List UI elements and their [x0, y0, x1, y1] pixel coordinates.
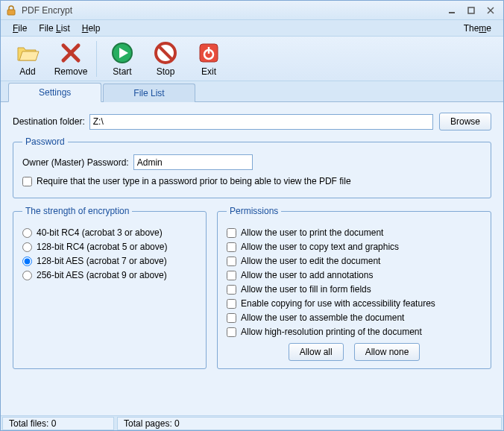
- perm-print-label: Allow the user to print the document: [241, 227, 383, 238]
- perm-annot-checkbox[interactable]: [227, 271, 236, 280]
- encryption-legend: The strength of encryption: [22, 206, 132, 216]
- enc-256aes-label: 256-bit AES (acrobat 9 or above): [37, 270, 167, 280]
- play-icon: [110, 41, 134, 65]
- require-password-checkbox[interactable]: [22, 177, 32, 186]
- enc-40bit-label: 40-bit RC4 (acrobat 3 or above): [37, 227, 163, 238]
- menu-help[interactable]: Help: [76, 22, 107, 35]
- toolbar: Add Remove Start Stop Exit: [1, 37, 503, 81]
- stop-icon: [154, 41, 177, 65]
- enc-128aes-radio[interactable]: [22, 257, 32, 266]
- close-button[interactable]: [482, 4, 499, 17]
- dest-folder-input[interactable]: [89, 114, 433, 130]
- statusbar: Total files: 0 Total pages: 0: [1, 415, 503, 430]
- x-icon: [59, 41, 83, 65]
- start-button[interactable]: Start: [101, 38, 143, 80]
- perm-access-checkbox[interactable]: [227, 299, 236, 309]
- tab-filelist[interactable]: File List: [103, 84, 195, 102]
- perm-annot-label: Allow the user to add annotations: [241, 270, 373, 280]
- enc-128rc4-label: 128-bit RC4 (acrobat 5 or above): [37, 242, 167, 252]
- perm-assemble-checkbox[interactable]: [227, 313, 236, 323]
- status-total-pages: Total pages: 0: [117, 417, 502, 430]
- window-title: PDF Encrypt: [22, 5, 441, 16]
- settings-panel: Destination folder: Browse Password Owne…: [1, 102, 503, 415]
- perm-copy-checkbox[interactable]: [227, 242, 236, 252]
- perm-edit-label: Allow the user to edit the document: [241, 256, 380, 266]
- toolbar-separator: [96, 41, 97, 77]
- status-total-files: Total files: 0: [2, 417, 114, 430]
- exit-button[interactable]: Exit: [188, 38, 230, 80]
- perm-assemble-label: Allow the user to assemble the document: [241, 312, 404, 323]
- password-group: Password Owner (Master) Password: Requir…: [13, 136, 491, 198]
- password-legend: Password: [22, 136, 68, 147]
- perm-copy-label: Allow the user to copy text and graphics: [241, 242, 399, 252]
- perm-forms-label: Allow the user to fill in form fields: [241, 284, 371, 295]
- require-password-label: Require that the user type in a password…: [37, 176, 351, 186]
- perm-hires-label: Allow high-resolution printing of the do…: [241, 327, 422, 337]
- svg-rect-0: [7, 10, 15, 15]
- perm-forms-checkbox[interactable]: [227, 285, 236, 295]
- permissions-legend: Permissions: [227, 206, 281, 216]
- tabstrip: Settings File List: [1, 81, 503, 102]
- browse-button[interactable]: Browse: [439, 113, 491, 130]
- perm-access-label: Enable copying for use with accessibilit…: [241, 298, 435, 309]
- app-lock-icon: [5, 4, 17, 16]
- folder-open-icon: [16, 41, 40, 65]
- allow-all-button[interactable]: Allow all: [289, 343, 344, 361]
- menu-file[interactable]: File: [7, 22, 33, 35]
- menu-filelist[interactable]: File List: [33, 22, 75, 35]
- perm-edit-checkbox[interactable]: [227, 257, 236, 266]
- perm-print-checkbox[interactable]: [227, 228, 236, 238]
- owner-password-input[interactable]: [133, 154, 253, 170]
- minimize-button[interactable]: [444, 4, 460, 17]
- owner-password-label: Owner (Master) Password:: [22, 157, 129, 168]
- remove-button[interactable]: Remove: [50, 38, 92, 80]
- app-window: PDF Encrypt File File List Help Theme Ad…: [0, 0, 504, 431]
- perm-hires-checkbox[interactable]: [227, 327, 236, 337]
- svg-rect-2: [468, 7, 474, 13]
- enc-256aes-radio[interactable]: [22, 271, 32, 280]
- menu-theme[interactable]: Theme: [458, 22, 497, 35]
- maximize-button[interactable]: [463, 4, 479, 17]
- add-button[interactable]: Add: [7, 38, 48, 80]
- power-icon: [197, 41, 221, 65]
- menubar: File File List Help Theme: [1, 20, 503, 37]
- allow-none-button[interactable]: Allow none: [354, 343, 420, 361]
- enc-40bit-radio[interactable]: [22, 228, 32, 238]
- titlebar: PDF Encrypt: [1, 1, 503, 20]
- dest-folder-label: Destination folder:: [13, 116, 85, 127]
- tab-settings[interactable]: Settings: [8, 83, 101, 102]
- enc-128aes-label: 128-bit AES (acrobat 7 or above): [37, 256, 167, 266]
- permissions-group: Permissions Allow the user to print the …: [217, 206, 491, 369]
- enc-128rc4-radio[interactable]: [22, 242, 32, 252]
- encryption-group: The strength of encryption 40-bit RC4 (a…: [13, 206, 207, 369]
- stop-button[interactable]: Stop: [145, 38, 186, 80]
